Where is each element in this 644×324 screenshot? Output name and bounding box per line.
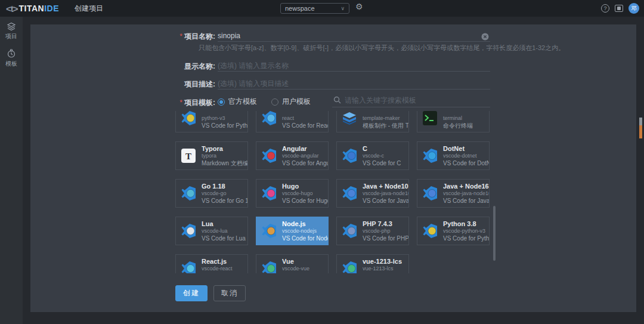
radio-label: 官方模板 [228,97,257,107]
template-search-box [332,93,490,107]
template-desc: VS Code for DotNet [443,159,489,167]
sidebar-item-templates[interactable]: 模板 [0,44,23,72]
template-title: Angular [282,145,328,153]
template-card-vscode-dotnet[interactable]: DotNetvscode-dotnetVS Code for DotNet [417,141,490,170]
template-card-text: Java + Node10vscode-java-node10VS Code f… [363,183,408,205]
template-name: vscode-react [202,266,233,272]
top-bar: <t> TITAN IDE 创建项目 newspace ∨ ⚙ ? 邓 [0,0,644,17]
terminal-icon [422,111,438,126]
clear-icon[interactable] [481,32,489,43]
template-title: Node.js [282,220,328,228]
template-card-text: Cvscode-cVS Code for C [363,145,401,167]
template-card-vscode-c[interactable]: Cvscode-cVS Code for C [336,141,409,170]
template-row: React.jsvscode-reactVuevscode-vuevue-121… [175,254,490,273]
page-scrollbar-thumb [639,118,642,125]
template-title: React.js [202,258,233,266]
template-card-text: Go 1.18vscode-goVS Code for Go 1.18 [202,183,247,205]
radio-official-template[interactable]: 官方模板 [218,97,257,107]
project-name-label: *项目名称: [138,32,215,42]
avatar[interactable]: 邓 [628,3,639,14]
template-card-vscode-vue[interactable]: Vuevscode-vue [256,254,329,273]
template-card-text: reactVS Code for React.js [282,111,328,129]
template-desc: 命令行终端 [443,122,473,129]
vscode-icon [181,223,196,239]
template-search-input[interactable] [345,96,490,104]
template-name: typora [202,153,247,159]
svg-text:T: T [185,152,191,161]
project-template-label: *项目模板: [138,98,215,108]
template-card-text: Node.jsvscode-nodejsVS Code for Node.js [282,220,328,242]
create-project-panel: *项目名称: 只能包含小写字母[a-z]、数字[0-9]、破折号[-]，必须以小… [30,24,636,312]
required-asterisk: * [179,32,182,41]
template-card-text: PHP 7.4.3vscode-phpVS Code for PHP [363,220,408,242]
template-card-text: React.jsvscode-react [202,258,233,274]
workspace-select-value: newspace [285,5,315,12]
project-name-help: 只能包含小写字母[a-z]、数字[0-9]、破折号[-]，必须以小写字母开头，必… [199,44,565,53]
template-card-typora[interactable]: TTyporatyporaMarkdown 文档编写... [175,141,248,170]
template-name: vue-1213-lcs [363,266,402,272]
template-name: react [282,115,328,122]
template-card-text: Python 3.8vscode-python-v3VS Code for Py… [443,220,489,242]
action-buttons: 创建 取消 [175,285,246,301]
template-desc: VS Code for Java + ... [363,197,408,205]
project-desc-label: 项目描述: [138,79,215,90]
radio-label: 用户模板 [282,97,311,107]
sidebar-item-label: 模板 [5,60,17,68]
template-card-vscode-react[interactable]: React.jsvscode-react [175,254,248,273]
projects-icon [7,21,16,31]
page-scrollbar-marker [639,125,642,138]
template-card-text: DotNetvscode-dotnetVS Code for DotNet [443,145,489,167]
template-card-text: template-maker模板制作 - 使用 Tem... [363,111,408,129]
vscode-icon [181,111,196,126]
required-asterisk: * [179,98,182,107]
template-card-vscode-java-node16[interactable]: Java + Node16vscode-java-node16VS Code f… [417,179,490,208]
cancel-button[interactable]: 取消 [213,285,246,301]
template-card-react[interactable]: reactVS Code for React.js [256,111,329,132]
template-desc: VS Code for Java + ... [443,197,489,205]
template-card-vscode-lua[interactable]: Luavscode-luaVS Code for Lua [175,217,248,245]
template-card-vscode-python-v3[interactable]: Python 3.8vscode-python-v3VS Code for Py… [417,217,490,245]
template-title: Go 1.18 [202,183,247,190]
template-desc [202,272,233,274]
sidebar-item-projects[interactable]: 项目 [0,17,23,44]
template-title: Python 3.8 [443,220,489,228]
display-name-label: 显示名称: [138,61,215,72]
template-grid-viewport: python-v3VS Code for PythonreactVS Code … [175,111,490,273]
template-desc: 模板制作 - 使用 Tem... [363,122,408,129]
app-root: <t> TITAN IDE 创建项目 newspace ∨ ⚙ ? 邓 [0,0,644,324]
template-card-vscode-nodejs[interactable]: Node.jsvscode-nodejsVS Code for Node.js [256,217,329,245]
template-card-vscode-go[interactable]: Go 1.18vscode-goVS Code for Go 1.18 [175,179,248,208]
logo-text-main: TITAN [19,4,45,13]
project-desc-input[interactable] [218,78,490,90]
template-card-terminal[interactable]: terminal命令行终端 [417,111,490,132]
page-scrollbar[interactable] [639,118,642,138]
template-name: python-v3 [202,115,247,122]
template-row: python-v3VS Code for PythonreactVS Code … [175,111,490,132]
sidebar: 项目 模板 [0,17,23,324]
template-desc: VS Code for Hugo [282,197,328,205]
template-card-vue-1213-lcs[interactable]: vue-1213-lcsvue-1213-lcs [336,254,409,273]
help-icon[interactable]: ? [601,4,609,13]
template-name: vscode-go [202,190,247,197]
template-card-template-maker[interactable]: template-maker模板制作 - 使用 Tem... [336,111,409,132]
template-card-text: vue-1213-lcsvue-1213-lcs [363,258,402,274]
typora-icon: T [181,148,196,163]
gear-icon[interactable]: ⚙ [355,2,363,11]
template-name: vscode-lua [202,228,246,234]
grid-scrollbar-thumb[interactable] [493,206,496,261]
template-card-text: TyporatyporaMarkdown 文档编写... [202,145,247,167]
template-card-python-v3[interactable]: python-v3VS Code for Python [175,111,248,132]
template-card-vscode-php[interactable]: PHP 7.4.3vscode-phpVS Code for PHP [336,217,409,245]
vscode-icon [261,223,277,239]
template-card-text: Luavscode-luaVS Code for Lua [202,220,246,242]
create-button[interactable]: 创建 [175,285,208,301]
display-name-input[interactable] [218,60,490,72]
template-card-vscode-hugo[interactable]: Hugovscode-hugoVS Code for Hugo [256,179,329,208]
app-logo[interactable]: <t> TITAN IDE [6,4,59,14]
template-card-vscode-java-node10[interactable]: Java + Node10vscode-java-node10VS Code f… [336,179,409,208]
workspace-select[interactable]: newspace ∨ [280,3,349,14]
project-name-input[interactable] [218,30,490,42]
radio-user-template[interactable]: 用户模板 [271,97,311,107]
template-card-vscode-angular[interactable]: Angularvscode-angularVS Code for Angular [256,141,329,170]
console-icon[interactable] [615,5,623,12]
